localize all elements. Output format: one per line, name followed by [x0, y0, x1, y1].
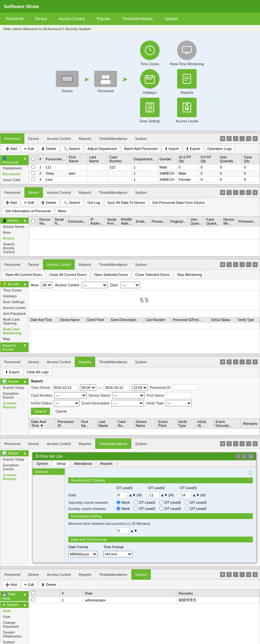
- sys-nav-reports[interactable]: Reports: [75, 569, 95, 580]
- sun-ot1-radio[interactable]: [134, 506, 138, 511]
- adjust-dept-button[interactable]: Adjust Department: [84, 145, 120, 152]
- verify-type-select[interactable]: —: [166, 400, 192, 406]
- sys-help-icon[interactable]: ?: [227, 572, 232, 577]
- sat-work-label[interactable]: Work: [116, 500, 130, 504]
- sys-info-icon[interactable]: i: [233, 572, 238, 577]
- ac-nav-time[interactable]: Time&Attendance: [95, 259, 131, 270]
- sidebar-holidays[interactable]: Holidays: [0, 293, 29, 299]
- minimize-icon[interactable]: –: [240, 136, 245, 141]
- export-button[interactable]: ⬆ Export: [183, 145, 203, 152]
- sys-add-btn[interactable]: ➕ Add: [2, 581, 20, 588]
- sidebar-personnel-header[interactable]: 👤 Personnel ▲: [0, 155, 29, 165]
- ac-nav-device[interactable]: Device: [24, 259, 43, 270]
- time-format-select[interactable]: HH:mm: [103, 551, 133, 557]
- area-select[interactable]: All: [41, 282, 52, 288]
- sat-ot1-radio[interactable]: [134, 500, 138, 504]
- ta-help-icon[interactable]: ?: [227, 441, 232, 446]
- help-icon[interactable]: ?: [227, 136, 232, 141]
- sun-ot1-label[interactable]: OT Level1: [134, 506, 155, 511]
- ta-nav-personnel[interactable]: Personnel: [0, 439, 24, 449]
- nav-device[interactable]: Device: [29, 13, 53, 25]
- pid-input[interactable]: [172, 384, 198, 391]
- time-to-input[interactable]: [104, 384, 130, 391]
- sys-system-header[interactable]: ⚙ System ▲: [0, 602, 29, 608]
- sys-select-all[interactable]: [31, 591, 35, 595]
- sidebar-timezones[interactable]: Time Zones: [0, 287, 29, 293]
- personnel-nav-system[interactable]: System: [131, 133, 151, 144]
- ta-nav-access[interactable]: Access Control: [43, 439, 75, 449]
- table-row[interactable]: 2 Vicky wen 1 XIMIECH Male 0 0 0: [29, 170, 260, 177]
- ta-maximize-icon[interactable]: □: [246, 441, 251, 446]
- sidebar-issue-card[interactable]: Issue Card: [0, 177, 29, 183]
- sidebar-multi-card[interactable]: Multi-Card Opening: [0, 316, 29, 326]
- ta-info-icon[interactable]: i: [233, 441, 238, 446]
- sys-maximize-icon[interactable]: □: [246, 572, 251, 577]
- rpt-nav-reports[interactable]: Reports: [75, 357, 95, 367]
- sidebar-exception-events[interactable]: Exception Events: [0, 390, 29, 400]
- personnel-nav-time[interactable]: Time&Attendance: [95, 133, 131, 144]
- cell-check[interactable]: [29, 177, 37, 183]
- ac-settings-icon[interactable]: ⚙: [220, 262, 225, 267]
- stop-monitoring-btn[interactable]: Stop Monitoring: [174, 271, 205, 278]
- sidebar-events-today[interactable]: Events Today: [0, 385, 29, 390]
- sun-ot3-radio[interactable]: [185, 506, 189, 511]
- dev-select-all[interactable]: [31, 219, 35, 223]
- sys-close-icon[interactable]: ✕: [253, 572, 258, 577]
- popup-nav-reports[interactable]: Reports: [96, 460, 117, 467]
- sys-edit-btn[interactable]: ✏ Edit: [21, 581, 37, 588]
- device-nav-reports[interactable]: Reports: [75, 187, 95, 198]
- personnel-nav-access[interactable]: Access Control: [43, 133, 75, 144]
- ac-nav-access[interactable]: Access Control: [43, 259, 75, 270]
- sun-work-radio[interactable]: [116, 506, 121, 511]
- ot1-value-input[interactable]: [116, 492, 128, 498]
- rpt-nav-time[interactable]: Time&Attendance: [95, 357, 131, 367]
- rpt-minimize-icon[interactable]: –: [240, 359, 245, 365]
- ac-nav-reports[interactable]: Reports: [75, 259, 95, 270]
- sun-ot3-label[interactable]: OT Level3: [185, 506, 207, 511]
- sidebar-area[interactable]: Area: [0, 229, 29, 235]
- personnel-nav-reports[interactable]: Reports: [75, 133, 95, 144]
- popup-subnav-general[interactable]: General: [32, 468, 65, 475]
- popup-close-icon[interactable]: ✕: [248, 454, 254, 459]
- device-search-btn[interactable]: 🔍 Search: [60, 199, 83, 206]
- sidebar-anti-passback[interactable]: Anti-Passback: [0, 311, 29, 316]
- device-add-btn[interactable]: ➕ Add: [2, 199, 20, 206]
- maximize-icon[interactable]: □: [246, 136, 251, 141]
- sync-data-btn[interactable]: Sync All Data To Device: [104, 199, 148, 206]
- open-all-doors-btn[interactable]: Open All Current Doors: [2, 271, 45, 278]
- close-all-doors-btn[interactable]: Close All Current Doors: [46, 271, 90, 278]
- info-icon[interactable]: i: [233, 136, 238, 141]
- min-time-input[interactable]: [116, 527, 129, 534]
- nav-access-control[interactable]: Access Control: [53, 13, 91, 25]
- search-button[interactable]: 🔍 Search: [60, 145, 83, 152]
- card-num-select[interactable]: —: [54, 392, 87, 399]
- op-logs-button[interactable]: Operation Logs: [204, 145, 235, 152]
- table-row[interactable]: 3 Lina 1 XIMIECH Female 0 0 0: [29, 177, 260, 183]
- popup-maximize-icon[interactable]: □: [242, 454, 247, 459]
- event-desc-select[interactable]: —: [111, 400, 144, 406]
- device-delete-btn[interactable]: 🗑 Delete: [38, 199, 59, 206]
- sidebar-role[interactable]: Role: [0, 608, 29, 614]
- open-selected-btn[interactable]: Open Selected Doors: [91, 271, 131, 278]
- device-close-icon[interactable]: ✕: [253, 190, 258, 195]
- rpt-close-icon[interactable]: ✕: [253, 359, 258, 365]
- time-to-hour[interactable]: 23:59: [132, 384, 148, 391]
- sun-work-label[interactable]: Work: [116, 506, 130, 511]
- sys-db-header[interactable]: 💾 Data Base ▲: [0, 591, 29, 601]
- sidebar-map[interactable]: Map: [0, 336, 29, 342]
- sidebar-sys-init[interactable]: System Initialization: [0, 629, 29, 639]
- device-help-icon[interactable]: ?: [227, 190, 232, 195]
- device-nav-system[interactable]: System: [131, 187, 151, 198]
- ta-sidebar-header[interactable]: 📊 Report ▲: [0, 450, 29, 456]
- batch-add-button[interactable]: Batch Add Personnel: [121, 145, 161, 152]
- rpt-nav-personnel[interactable]: Personnel: [0, 357, 24, 367]
- date-format-select[interactable]: MM/dd/yyyy: [68, 551, 98, 557]
- sat-ot1-label[interactable]: OT Level1: [134, 500, 155, 504]
- device-nav-time[interactable]: Time&Attendance: [95, 187, 131, 198]
- close-icon[interactable]: ✕: [253, 136, 258, 141]
- search-execute-btn[interactable]: Search: [31, 408, 50, 415]
- sidebar-door-settings[interactable]: Door Settings: [0, 299, 29, 305]
- sidebar-device-name[interactable]: Device Name: [0, 224, 29, 229]
- personnel-nav-device[interactable]: Device: [24, 133, 43, 144]
- device-nav-device[interactable]: Device: [24, 187, 43, 198]
